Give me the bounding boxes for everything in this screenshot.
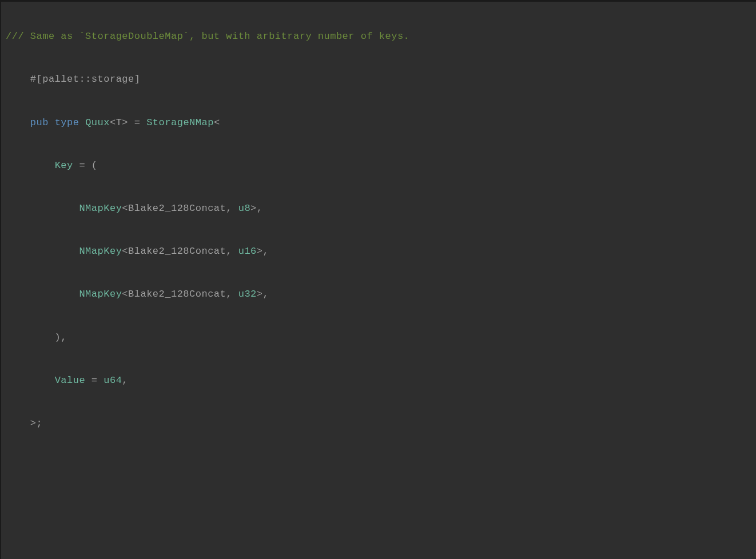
type-storagenmap: StorageNMap <box>146 117 214 128</box>
keyword-type: type <box>55 117 79 128</box>
value-label: Value <box>55 375 86 386</box>
code-line: NMapKey<Blake2_128Concat, u8>, <box>6 201 751 228</box>
tuple-close: ), <box>6 332 67 343</box>
type-u8: u8 <box>238 203 250 214</box>
comma: , <box>122 375 128 386</box>
generic-hasher: <Blake2_128Concat, <box>122 203 238 214</box>
keyword-pub: pub <box>30 117 49 128</box>
generic-hasher: <Blake2_128Concat, <box>122 289 238 300</box>
nmapkey: NMapKey <box>79 203 122 214</box>
key-label: Key <box>55 160 73 171</box>
tuple-open: = ( <box>73 160 98 171</box>
type-param: <T> <box>110 117 128 128</box>
nmapkey: NMapKey <box>79 246 122 257</box>
type-u32: u32 <box>238 289 257 300</box>
generic-close: >, <box>257 246 269 257</box>
type-u64: u64 <box>104 375 122 386</box>
op-eq: = <box>85 375 104 386</box>
angle-open: < <box>214 117 220 128</box>
code-line: ), <box>6 330 751 357</box>
code-block: /// Same as `StorageDoubleMap`, but with… <box>1 2 756 470</box>
code-line: /// Same as `StorageDoubleMap`, but with… <box>6 29 751 56</box>
code-line: Value = u64, <box>6 373 751 400</box>
code-line: Key = ( <box>6 158 751 185</box>
doc-comment: /// Same as `StorageDoubleMap`, but with… <box>6 31 409 42</box>
type-u16: u16 <box>238 246 257 257</box>
attribute: #[pallet::storage] <box>6 74 140 85</box>
code-line: #[pallet::storage] <box>6 71 751 99</box>
code-line: pub type Quux<T> = StorageNMap< <box>6 115 751 142</box>
nmapkey: NMapKey <box>79 289 122 300</box>
angle-close: >; <box>6 418 42 429</box>
op-eq: = <box>128 117 146 128</box>
generic-close: >, <box>257 289 269 300</box>
type-name: Quux <box>85 117 110 128</box>
code-line: NMapKey<Blake2_128Concat, u32>, <box>6 286 751 314</box>
generic-hasher: <Blake2_128Concat, <box>122 246 238 257</box>
code-line: NMapKey<Blake2_128Concat, u16>, <box>6 243 751 271</box>
generic-close: >, <box>250 203 262 214</box>
code-line: >; <box>6 416 751 443</box>
